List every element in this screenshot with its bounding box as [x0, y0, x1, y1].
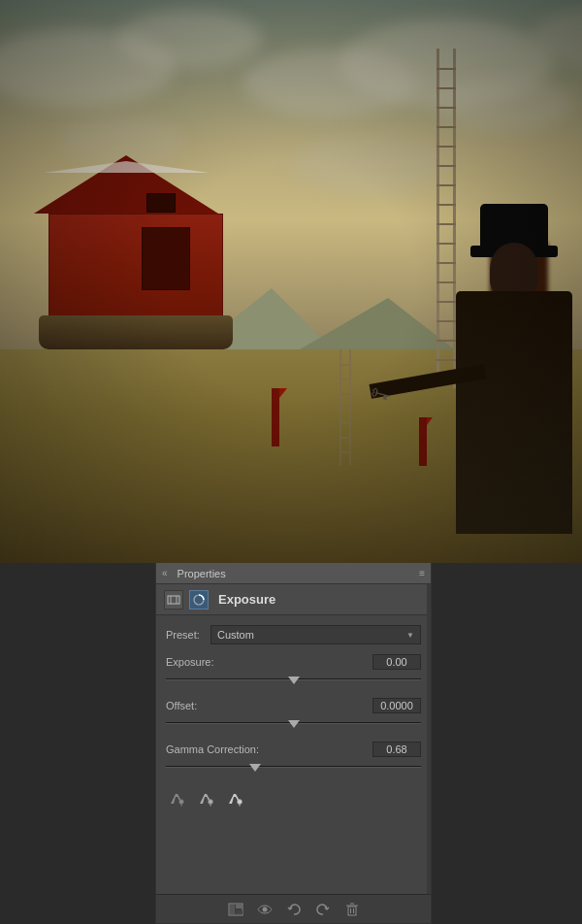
- preset-dropdown-arrow: ▼: [406, 631, 414, 640]
- ladder-rung: [436, 68, 456, 70]
- ladder-rung: [340, 393, 351, 395]
- cloud: [436, 78, 572, 131]
- footer-icon-visibility[interactable]: [255, 900, 275, 919]
- panel-adjustment-title: Exposure: [218, 592, 275, 607]
- panel-header: « Properties ≡: [156, 563, 431, 584]
- eyedropper-mid-point[interactable]: [195, 787, 216, 808]
- properties-panel: « Properties ≡ Exposure Preset:: [155, 563, 432, 924]
- ladder-rung: [340, 364, 351, 366]
- svg-rect-11: [230, 905, 235, 914]
- gamma-slider-line: [166, 766, 421, 768]
- panel-scrollbar[interactable]: [427, 584, 431, 894]
- cloud: [116, 10, 262, 68]
- ladder-rung: [340, 408, 351, 410]
- person-body: [456, 291, 572, 534]
- exposure-row: Exposure: 0.00: [166, 654, 421, 686]
- cloud: [291, 136, 446, 194]
- floating-ground: [39, 315, 233, 349]
- panel-menu-icon[interactable]: ≡: [419, 568, 425, 578]
- svg-rect-0: [168, 596, 179, 604]
- barn-door: [142, 227, 190, 290]
- background-ladder: [340, 349, 351, 466]
- panel-toolbar: Exposure: [156, 584, 431, 615]
- gamma-value[interactable]: 0.68: [372, 742, 421, 757]
- floating-barn: [19, 155, 310, 349]
- svg-rect-12: [236, 905, 242, 908]
- offset-label: Offset:: [166, 700, 197, 711]
- preset-label: Preset:: [166, 629, 205, 641]
- panel-content: Preset: Custom ▼ Exposure: 0.00 Offset: …: [156, 615, 431, 826]
- ladder-rung: [436, 146, 456, 148]
- gamma-top: Gamma Correction: 0.68: [166, 742, 421, 757]
- svg-rect-15: [348, 907, 356, 915]
- exposure-slider-track[interactable]: [166, 673, 421, 686]
- offset-slider-track[interactable]: [166, 716, 421, 730]
- offset-top: Offset: 0.0000: [166, 698, 421, 713]
- footer-icon-redo[interactable]: [313, 900, 333, 919]
- person-head: [490, 243, 538, 296]
- panel-tab-properties[interactable]: Properties: [172, 566, 232, 581]
- ladder-rung: [340, 451, 351, 453]
- footer-icon-undo[interactable]: [284, 900, 304, 919]
- panel-footer: [156, 894, 431, 923]
- flag-marker-1: [272, 388, 279, 446]
- svg-point-8: [238, 800, 242, 805]
- preset-value: Custom: [217, 629, 254, 641]
- ladder-rung: [340, 422, 351, 424]
- footer-icon-delete[interactable]: [342, 900, 362, 919]
- svg-point-4: [179, 800, 184, 805]
- gamma-slider-thumb[interactable]: [249, 764, 261, 772]
- exposure-value[interactable]: 0.00: [372, 654, 421, 670]
- svg-rect-13: [236, 910, 242, 914]
- ladder-rung: [340, 437, 351, 439]
- eyedropper-row: [166, 787, 421, 808]
- ladder-rung: [436, 87, 456, 89]
- exposure-label: Exposure:: [166, 656, 214, 668]
- panel-header-left: « Properties: [162, 566, 232, 581]
- ladder-rung: [436, 204, 456, 206]
- footer-icon-thumbnail[interactable]: [226, 900, 245, 919]
- exposure-slider-thumb[interactable]: [288, 676, 300, 684]
- exposure-top: Exposure: 0.00: [166, 654, 421, 670]
- preset-select[interactable]: Custom ▼: [210, 625, 421, 644]
- photo-canvas: 🗝: [0, 0, 582, 563]
- ladder-rung: [340, 379, 351, 380]
- adjustment-icon-2[interactable]: [189, 590, 209, 610]
- offset-value[interactable]: 0.0000: [372, 698, 421, 713]
- panel-header-right: ≡: [419, 568, 425, 578]
- collapse-icon[interactable]: «: [162, 568, 168, 578]
- ladder-rung: [436, 126, 456, 128]
- gamma-row: Gamma Correction: 0.68: [166, 742, 421, 774]
- svg-point-14: [262, 907, 267, 911]
- barn-body: [48, 214, 223, 320]
- svg-point-6: [209, 800, 213, 805]
- gamma-label: Gamma Correction:: [166, 743, 259, 755]
- eyedropper-white-point[interactable]: [224, 787, 245, 808]
- barn-window: [146, 193, 176, 213]
- barn-roof-snow: [44, 161, 209, 173]
- adjustment-icon-1[interactable]: [164, 590, 183, 610]
- preset-row: Preset: Custom ▼: [166, 625, 421, 644]
- gamma-slider-track[interactable]: [166, 760, 421, 774]
- person-figure: [407, 223, 582, 534]
- ladder-rung: [436, 107, 456, 109]
- ladder-rung: [436, 184, 456, 186]
- eyedropper-black-point[interactable]: [166, 787, 187, 808]
- offset-slider-thumb[interactable]: [288, 720, 300, 728]
- offset-row: Offset: 0.0000: [166, 698, 421, 730]
- ladder-rung: [436, 165, 456, 167]
